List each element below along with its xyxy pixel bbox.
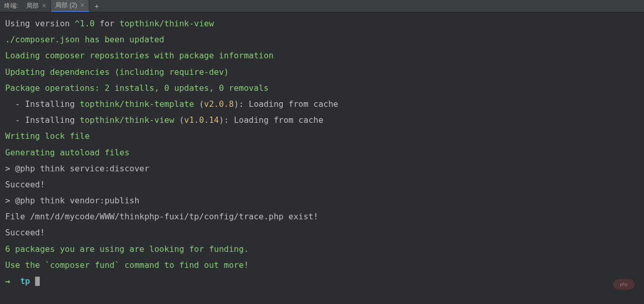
terminal-line: Writing lock file [5, 128, 639, 144]
prompt-path: tp [20, 276, 35, 286]
tab-label: 局部 [26, 2, 39, 10]
terminal-line: 6 packages you are using are looking for… [5, 241, 639, 257]
add-tab-button[interactable]: + [89, 2, 104, 10]
watermark-badge: php [613, 279, 635, 290]
terminal-line: Generating autoload files [5, 145, 639, 161]
terminal-line: Succeed! [5, 225, 639, 241]
terminal-line: Updating dependencies (including require… [5, 64, 639, 80]
terminal-line: - Installing topthink/think-template (v2… [5, 96, 639, 112]
terminal-line: Using version ^1.0 for topthink/think-vi… [5, 15, 639, 31]
terminal-label: 终端: [0, 2, 22, 10]
terminal-output[interactable]: Using version ^1.0 for topthink/think-vi… [0, 12, 644, 292]
prompt-arrow-icon: → [5, 276, 20, 286]
prompt-line[interactable]: → tp [5, 273, 639, 289]
terminal-line: Package operations: 2 installs, 0 update… [5, 80, 639, 96]
terminal-line: Loading composer repositories with packa… [5, 47, 639, 63]
close-icon[interactable]: ✕ [80, 2, 85, 9]
terminal-line: Use the `composer fund` command to find … [5, 257, 639, 273]
terminal-line: > @php think service:discover [5, 161, 639, 177]
terminal-line: > @php think vendor:publish [5, 193, 639, 209]
cursor-icon [35, 277, 40, 286]
tab-bar: 终端: 局部 ✕ 局部 (2) ✕ + [0, 0, 644, 12]
close-icon[interactable]: ✕ [42, 3, 46, 9]
terminal-line: File /mnt/d/mycode/WWW/thinkphp-fuxi/tp/… [5, 209, 639, 225]
tab-local-2[interactable]: 局部 (2) ✕ [51, 0, 89, 12]
terminal-line: Succeed! [5, 177, 639, 193]
terminal-line: ./composer.json has been updated [5, 31, 639, 47]
terminal-line: - Installing topthink/think-view (v1.0.1… [5, 112, 639, 128]
tab-local[interactable]: 局部 ✕ [22, 0, 51, 12]
tab-label: 局部 (2) [55, 1, 77, 10]
